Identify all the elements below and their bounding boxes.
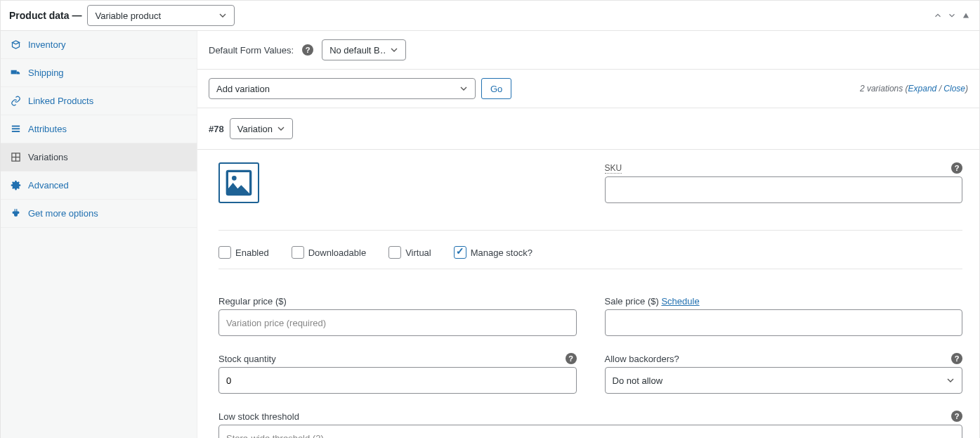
sidebar-item-inventory[interactable]: Inventory [1, 31, 197, 59]
help-icon[interactable]: ? [302, 44, 313, 56]
panel-toggle-group [933, 11, 971, 20]
variation-action-select[interactable]: Add variation [209, 78, 476, 99]
sku-input[interactable] [605, 176, 963, 203]
gear-icon [11, 180, 21, 191]
downloadable-checkbox[interactable] [292, 246, 304, 259]
move-up-icon[interactable] [933, 11, 943, 20]
move-down-icon[interactable] [947, 11, 957, 20]
stock-quantity-label: Stock quantity [218, 354, 276, 364]
low-stock-label: Low stock threshold [218, 411, 299, 422]
variation-checkboxes: Enabled Downloadable Virtual [218, 220, 962, 279]
default-form-select[interactable]: No default B… [322, 39, 406, 60]
help-icon[interactable]: ? [951, 353, 962, 364]
sidebar-item-attributes[interactable]: Attributes [1, 115, 197, 143]
sidebar-item-variations[interactable]: Variations [1, 143, 197, 172]
enabled-checkbox[interactable] [218, 246, 231, 259]
enabled-checkbox-item[interactable]: Enabled [218, 246, 269, 259]
variations-content: Default Form Values: ? No default B… Add… [197, 31, 979, 438]
sidebar-item-linked[interactable]: Linked Products [1, 87, 197, 115]
variation-image-placeholder[interactable] [218, 162, 259, 203]
sale-price-label: Sale price ($) [605, 296, 659, 307]
downloadable-checkbox-item[interactable]: Downloadable [292, 246, 366, 259]
list-icon [11, 124, 21, 134]
svg-point-10 [232, 176, 237, 181]
collapse-icon[interactable] [961, 11, 971, 20]
sidebar-item-label: Get more options [28, 208, 98, 219]
variation-header[interactable]: #78 Variation [197, 108, 979, 150]
sku-label: SKU [605, 163, 622, 174]
go-button[interactable]: Go [481, 78, 511, 99]
sidebar-tabs: Inventory Shipping Linked Products Attri… [1, 31, 197, 438]
manage-stock-label: Manage stock? [471, 247, 533, 258]
svg-rect-3 [12, 128, 20, 129]
sidebar-item-more[interactable]: Get more options [1, 200, 197, 228]
help-icon[interactable]: ? [951, 162, 962, 174]
manage-stock-checkbox[interactable] [454, 246, 466, 259]
virtual-checkbox[interactable] [388, 246, 401, 259]
plug-icon [11, 208, 21, 219]
grid-icon [11, 152, 21, 162]
stock-quantity-field: Stock quantity ? [218, 353, 577, 394]
regular-price-label: Regular price ($) [218, 296, 287, 307]
sale-price-field: Sale price ($) Schedule [605, 296, 963, 336]
sidebar-item-label: Linked Products [28, 96, 93, 106]
variation-body: SKU ? Enabled [197, 150, 979, 438]
svg-marker-0 [963, 13, 969, 18]
variation-id: #78 [209, 124, 224, 134]
low-stock-field: Low stock threshold ? [218, 411, 962, 438]
sidebar-item-label: Inventory [28, 39, 65, 50]
panel-title: Product data — [9, 10, 81, 21]
default-form-values-row: Default Form Values: ? No default B… [197, 31, 979, 70]
panel-header: Product data — Variable product [1, 1, 979, 31]
truck-icon [11, 67, 21, 78]
sidebar-item-label: Variations [28, 152, 68, 162]
stock-quantity-input[interactable] [218, 367, 577, 394]
divider [218, 269, 962, 269]
product-type-select[interactable]: Variable product [87, 5, 235, 26]
manage-stock-checkbox-item[interactable]: Manage stock? [454, 246, 533, 259]
expand-link[interactable]: Expand [908, 84, 937, 94]
regular-price-field: Regular price ($) [218, 296, 577, 336]
help-icon[interactable]: ? [566, 353, 577, 364]
link-icon [11, 96, 21, 106]
virtual-label: Virtual [405, 247, 431, 258]
downloadable-label: Downloadable [308, 247, 366, 258]
sidebar-item-shipping[interactable]: Shipping [1, 59, 197, 87]
sale-price-input[interactable] [605, 309, 963, 336]
regular-price-input[interactable] [218, 309, 577, 336]
inventory-icon [11, 39, 21, 50]
add-variation-row: Add variation Go 2 variations (Expand / … [197, 70, 979, 108]
product-data-panel: Product data — Variable product Inventor… [0, 0, 980, 438]
backorders-select[interactable]: Do not allow [605, 367, 963, 394]
svg-rect-2 [12, 126, 20, 127]
sku-field: SKU ? [605, 162, 963, 203]
backorders-field: Allow backorders? ? Do not allow [605, 353, 963, 394]
low-stock-input[interactable] [218, 425, 962, 438]
svg-rect-1 [11, 70, 17, 75]
backorders-label: Allow backorders? [605, 354, 679, 364]
virtual-checkbox-item[interactable]: Virtual [388, 246, 431, 259]
schedule-link[interactable]: Schedule [661, 296, 699, 307]
sidebar-item-advanced[interactable]: Advanced [1, 172, 197, 200]
close-link[interactable]: Close [943, 84, 965, 94]
sidebar-item-label: Attributes [28, 124, 67, 134]
help-icon[interactable]: ? [951, 411, 962, 422]
variation-attribute-select[interactable]: Variation [230, 118, 293, 139]
sidebar-item-label: Shipping [28, 67, 64, 78]
enabled-label: Enabled [235, 247, 269, 258]
divider [218, 230, 962, 231]
default-form-label: Default Form Values: [209, 45, 294, 56]
svg-rect-4 [12, 131, 20, 132]
sidebar-item-label: Advanced [28, 180, 69, 191]
panel-body: Inventory Shipping Linked Products Attri… [1, 31, 979, 438]
variation-image-cell [218, 162, 577, 203]
variation-count: 2 variations (Expand / Close) [860, 84, 968, 94]
